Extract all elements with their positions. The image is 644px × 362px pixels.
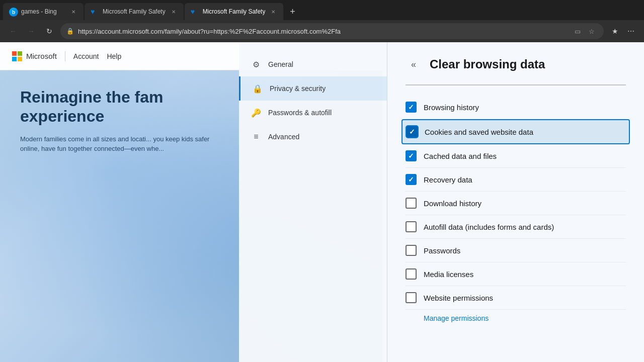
checkbox-recovery[interactable]: ✓ Recovery data: [406, 168, 626, 192]
download-history-label: Download history: [424, 199, 481, 208]
browser-chrome: b games - Bing ✕ ♥ Microsoft Family Safe…: [0, 0, 644, 42]
new-tab-icon: +: [290, 7, 295, 17]
star-icon: ★: [612, 27, 618, 35]
checkbox-passwords-box[interactable]: [406, 245, 417, 256]
tab-games-bing[interactable]: b games - Bing ✕: [3, 3, 84, 20]
lock-icon: 🔒: [66, 28, 74, 35]
ms-logo-text: Microsoft: [26, 52, 57, 60]
bing-tab-icon: b: [9, 8, 17, 16]
refresh-button[interactable]: ↻: [42, 24, 56, 38]
checkbox-download-history[interactable]: Download history: [406, 192, 626, 215]
favorites-bar-button[interactable]: ★: [608, 24, 622, 38]
passwords-label: Passwords: [424, 246, 460, 255]
checkbox-browsing-history-box[interactable]: ✓: [406, 102, 417, 113]
checkbox-download-history-box[interactable]: [406, 198, 417, 209]
checkbox-cached[interactable]: ✓ Cached data and files: [406, 144, 626, 168]
heart-tab-icon-2: ♥: [191, 8, 199, 16]
checkbox-website-permissions[interactable]: Website permissions: [406, 286, 626, 310]
media-licenses-label: Media licenses: [424, 270, 473, 279]
panel-back-button[interactable]: «: [406, 56, 422, 72]
tab-family-safety-1-label: Microsoft Family Safety: [103, 8, 166, 15]
manage-permissions-link[interactable]: Manage permissions: [424, 314, 489, 322]
privacy-icon: 🔒: [253, 83, 263, 94]
sidebar-item-advanced[interactable]: ≡ Advanced: [239, 125, 387, 149]
refresh-icon: ↻: [46, 27, 52, 35]
advanced-icon: ≡: [251, 132, 261, 142]
website-body: Modern families come in all sizes and lo…: [20, 134, 211, 154]
tab-family-safety-2[interactable]: ♥ Microsoft Family Safety ✕: [185, 3, 284, 20]
address-text: https://account.microsoft.com/family/abo…: [78, 28, 568, 35]
website-permissions-label: Website permissions: [424, 294, 493, 302]
passwords-icon: 🔑: [251, 108, 261, 118]
autofill-label: Autofill data (includes forms and cards): [424, 223, 554, 231]
checkbox-cookies-box[interactable]: ✓: [407, 126, 418, 137]
ms-logo-grid: [12, 51, 22, 61]
back-icon: ←: [10, 27, 17, 35]
general-icon: ⚙: [251, 59, 261, 69]
ms-logo[interactable]: Microsoft: [12, 51, 57, 61]
tab-close-icon-3[interactable]: ✕: [269, 8, 277, 16]
sidebar-privacy-label: Privacy & security: [270, 84, 326, 93]
sidebar-passwords-label: Passwords & autofill: [268, 109, 332, 117]
forward-icon: →: [28, 27, 35, 35]
tab-family-safety-1[interactable]: ♥ Microsoft Family Safety ✕: [85, 3, 184, 20]
clear-browsing-data-panel: « Clear browsing data ✓ Browsing history…: [387, 42, 644, 362]
new-tab-button[interactable]: +: [284, 4, 300, 20]
sidebar-general-label: General: [268, 60, 293, 68]
website-title: Reimagine the fam experience: [20, 87, 226, 126]
tab-family-safety-2-label: Microsoft Family Safety: [203, 8, 266, 15]
checkbox-autofill-box[interactable]: [406, 221, 417, 232]
website-content: Reimagine the fam experience Modern fami…: [10, 77, 236, 164]
address-bar[interactable]: 🔒 https://account.microsoft.com/family/a…: [60, 23, 604, 39]
double-chevron-left-icon: «: [411, 59, 416, 70]
favorites-button[interactable]: ☆: [586, 25, 598, 37]
checkbox-cached-box[interactable]: ✓: [406, 150, 417, 161]
more-button[interactable]: ⋯: [624, 24, 638, 38]
ms-divider: [65, 51, 65, 61]
checkbox-recovery-box[interactable]: ✓: [406, 174, 417, 185]
panel-header: « Clear browsing data: [406, 56, 626, 72]
more-icon: ⋯: [627, 27, 634, 35]
tab-games-bing-label: games - Bing: [21, 8, 57, 15]
tab-close-icon[interactable]: ✕: [69, 8, 77, 16]
account-link[interactable]: Account: [73, 52, 99, 60]
address-bar-row: ← → ↻ 🔒 https://account.microsoft.com/fa…: [0, 20, 644, 42]
panel-divider: [406, 84, 626, 85]
check-icon: ✓: [408, 103, 414, 111]
tab-bar: b games - Bing ✕ ♥ Microsoft Family Safe…: [0, 0, 644, 20]
sidebar-item-passwords[interactable]: 🔑 Passwords & autofill: [239, 101, 387, 125]
check-icon-cached: ✓: [408, 152, 414, 160]
content-area: Microsoft Account Help Reimagine the fam…: [0, 42, 644, 362]
sidebar-advanced-label: Advanced: [268, 133, 299, 141]
checkbox-media-licenses-box[interactable]: [406, 268, 417, 280]
cookies-label: Cookies and saved website data: [425, 128, 533, 136]
browsing-history-label: Browsing history: [424, 103, 479, 112]
checkbox-passwords[interactable]: Passwords: [406, 239, 626, 262]
sidebar-item-general[interactable]: ⚙ General: [239, 52, 387, 76]
heart-tab-icon-1: ♥: [91, 8, 99, 16]
checkbox-website-permissions-box[interactable]: [406, 292, 417, 303]
checkbox-autofill[interactable]: Autofill data (includes forms and cards): [406, 215, 626, 239]
forward-button[interactable]: →: [24, 24, 38, 38]
help-link[interactable]: Help: [107, 52, 121, 60]
cached-label: Cached data and files: [424, 152, 497, 160]
panel-title: Clear browsing data: [430, 57, 545, 71]
check-icon-recovery: ✓: [408, 175, 414, 184]
manage-permissions-row: Manage permissions: [406, 310, 626, 327]
back-button[interactable]: ←: [6, 24, 20, 38]
checkbox-browsing-history[interactable]: ✓ Browsing history: [406, 96, 626, 119]
sidebar-item-privacy[interactable]: 🔒 Privacy & security: [239, 76, 387, 101]
tab-close-icon-2[interactable]: ✕: [170, 8, 178, 16]
recovery-label: Recovery data: [424, 175, 472, 184]
collections-button[interactable]: ▭: [572, 25, 584, 37]
check-icon-cookies: ✓: [409, 128, 415, 136]
checkbox-cookies[interactable]: ✓ Cookies and saved website data: [401, 119, 630, 144]
settings-sidebar: ⚙ General 🔒 Privacy & security 🔑 Passwor…: [239, 42, 387, 362]
checkbox-media-licenses[interactable]: Media licenses: [406, 262, 626, 286]
